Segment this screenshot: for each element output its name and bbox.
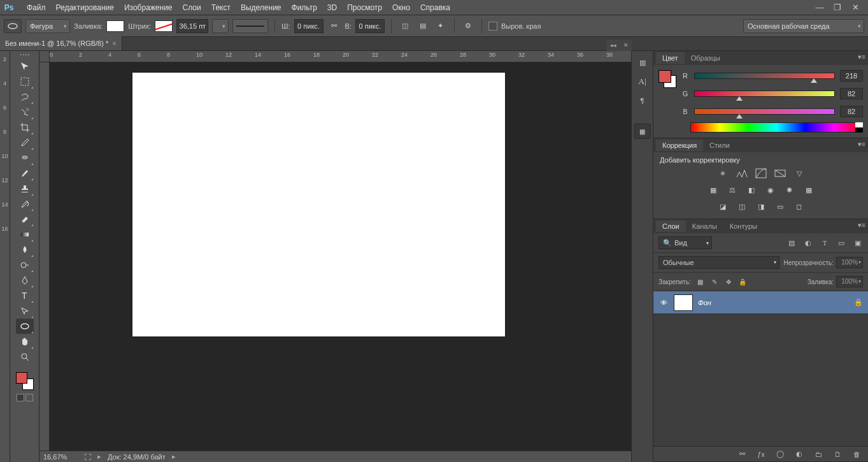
canvas-viewport[interactable] — [50, 62, 631, 451]
tab-layers[interactable]: Слои — [656, 220, 686, 232]
path-arrange-icon[interactable]: ✦ — [434, 19, 448, 33]
dock-collapse-tab[interactable]: ◂◂✕ — [606, 40, 632, 51]
lasso-tool-icon[interactable] — [16, 89, 34, 105]
stroke-size-dropdown[interactable] — [212, 19, 229, 33]
delete-layer-icon[interactable]: 🗑 — [851, 449, 862, 459]
eraser-tool-icon[interactable] — [16, 212, 34, 227]
r-value[interactable]: 218 — [840, 70, 863, 82]
curves-icon[interactable] — [755, 168, 767, 179]
height-input[interactable]: 0 пикс. — [355, 19, 385, 33]
document-tab[interactable]: Без имени-1 @ 16,7% (RGB/8) * × — [0, 36, 122, 50]
panel-menu-icon[interactable]: ▾≡ — [858, 53, 865, 61]
menu-filter[interactable]: Фильтр — [287, 1, 322, 14]
stroke-style-dropdown[interactable] — [232, 19, 268, 33]
quick-select-tool-icon[interactable] — [16, 105, 34, 120]
zoom-display[interactable]: 16,67% — [43, 453, 78, 461]
link-layers-icon[interactable]: ⚯ — [737, 449, 747, 459]
minimize-icon[interactable]: — — [815, 3, 825, 13]
b-value[interactable]: 82 — [840, 106, 863, 117]
vibrance-icon[interactable]: ▽ — [793, 168, 806, 179]
menu-help[interactable]: Справка — [415, 1, 455, 14]
opacity-input[interactable]: 100% — [836, 257, 863, 268]
path-align-icon[interactable]: ▤ — [416, 19, 430, 33]
exposure-icon[interactable] — [774, 168, 786, 179]
move-tool-icon[interactable] — [16, 59, 34, 74]
fill-opacity-input[interactable]: 100% — [836, 276, 863, 287]
menu-edit[interactable]: Редактирование — [51, 1, 119, 14]
align-edges-checkbox[interactable] — [488, 22, 497, 31]
link-wh-icon[interactable]: ⚯ — [327, 19, 341, 33]
ellipse-tool-icon[interactable] — [16, 319, 34, 334]
status-arrow-icon[interactable]: ▸ — [172, 452, 176, 461]
quick-mask-toggle[interactable] — [17, 394, 33, 401]
layer-visibility-icon[interactable]: 👁 — [658, 299, 669, 307]
lock-transparency-icon[interactable]: ▦ — [696, 277, 705, 286]
maximize-icon[interactable]: ❐ — [832, 3, 843, 13]
close-icon[interactable]: ✕ — [850, 3, 860, 13]
path-operations-icon[interactable]: ◫ — [398, 19, 412, 33]
history-brush-tool-icon[interactable] — [16, 196, 34, 212]
fg-bg-color-swatches[interactable] — [16, 372, 34, 390]
bw-icon[interactable]: ◧ — [745, 184, 758, 196]
vertical-ruler[interactable] — [39, 62, 50, 462]
menu-image[interactable]: Изображение — [119, 1, 178, 14]
panel-menu-icon[interactable]: ▾≡ — [858, 140, 865, 148]
blur-tool-icon[interactable] — [16, 242, 34, 257]
tab-channels[interactable]: Каналы — [686, 220, 723, 232]
tool-preset-icon[interactable] — [4, 19, 22, 33]
tab-styles[interactable]: Стили — [703, 140, 736, 151]
width-input[interactable]: 0 пикс. — [294, 19, 324, 33]
gear-icon[interactable]: ⚙ — [461, 19, 475, 33]
color-fgbg-swatch[interactable] — [658, 70, 676, 88]
marquee-tool-icon[interactable] — [16, 74, 34, 89]
filter-shape-icon[interactable]: ▭ — [836, 238, 846, 248]
menu-view[interactable]: Просмотр — [342, 1, 387, 14]
g-value[interactable]: 82 — [840, 88, 863, 99]
layer-thumb[interactable] — [674, 294, 693, 311]
menu-layers[interactable]: Слои — [178, 1, 206, 14]
menu-file[interactable]: Файл — [22, 1, 51, 14]
filter-smart-icon[interactable]: ▣ — [853, 238, 863, 248]
menu-window[interactable]: Окно — [387, 1, 415, 14]
tab-color[interactable]: Цвет — [656, 52, 685, 64]
3d-panel-icon[interactable]: ▦ — [634, 124, 651, 139]
menu-text[interactable]: Текст — [206, 1, 236, 14]
menu-3d[interactable]: 3D — [322, 1, 342, 14]
threshold-icon[interactable]: ◨ — [755, 201, 767, 212]
brush-tool-icon[interactable] — [16, 166, 34, 181]
dodge-tool-icon[interactable] — [16, 257, 34, 273]
history-panel-icon[interactable]: ▥ — [635, 55, 650, 70]
gradient-tool-icon[interactable] — [16, 227, 34, 242]
filter-pixel-icon[interactable]: ▧ — [786, 238, 797, 248]
new-layer-icon[interactable]: 🗋 — [832, 449, 843, 459]
lock-all-icon[interactable]: 🔒 — [738, 277, 747, 286]
stamp-tool-icon[interactable] — [16, 181, 34, 196]
layer-row[interactable]: 👁 Фон 🔒 — [653, 291, 868, 314]
menu-select[interactable]: Выделение — [236, 1, 287, 14]
document-tab-close-icon[interactable]: × — [112, 40, 116, 47]
layer-mask-icon[interactable]: ◯ — [775, 449, 785, 459]
blend-mode-dropdown[interactable]: Обычные — [658, 256, 779, 269]
filter-adjust-icon[interactable]: ◐ — [803, 238, 813, 248]
new-group-icon[interactable]: 🗀 — [813, 449, 823, 459]
layer-style-icon[interactable]: ƒx — [756, 449, 766, 459]
fit-icon[interactable]: ⛶ — [84, 453, 91, 461]
color-balance-icon[interactable]: ⚖ — [726, 184, 739, 196]
fill-swatch[interactable] — [106, 20, 124, 32]
lock-position-icon[interactable]: ✥ — [724, 277, 733, 286]
filter-type-icon[interactable]: T — [820, 238, 830, 248]
zoom-tool-icon[interactable] — [16, 349, 34, 365]
shape-mode-dropdown[interactable]: Фигура — [25, 19, 70, 33]
photo-filter-icon[interactable]: ◉ — [764, 184, 777, 196]
eyedropper-tool-icon[interactable] — [16, 135, 34, 150]
crop-tool-icon[interactable] — [16, 120, 34, 135]
layer-locked-icon[interactable]: 🔒 — [854, 298, 863, 307]
layer-filter-kind-dropdown[interactable]: 🔍 Вид — [658, 236, 712, 249]
brightness-icon[interactable]: ☀ — [716, 168, 729, 179]
gradient-map-icon[interactable]: ▭ — [774, 201, 786, 212]
stroke-swatch[interactable] — [155, 20, 173, 32]
new-fill-adjust-icon[interactable]: ◐ — [794, 449, 804, 459]
r-slider[interactable] — [694, 73, 835, 79]
hand-tool-icon[interactable] — [16, 334, 34, 349]
levels-icon[interactable] — [736, 168, 748, 179]
